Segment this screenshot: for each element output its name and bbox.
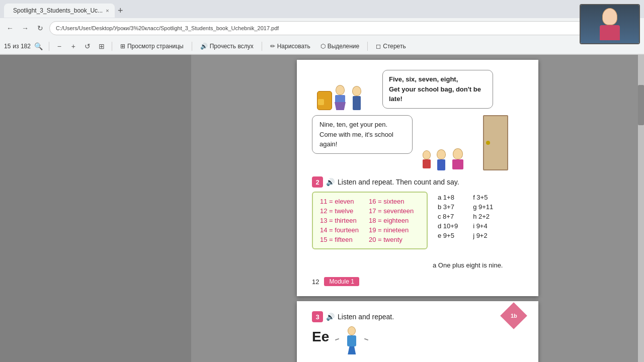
toolbar-separator2 [112, 42, 112, 51]
page-search-button[interactable]: 🔍 [33, 40, 45, 52]
num-20: 20 = twenty [369, 236, 414, 243]
read-aloud-label: Прочесть вслух [210, 43, 254, 50]
view-page-label: Просмотр страницы [127, 43, 184, 50]
fit-page-button[interactable]: ⊞ [96, 40, 108, 52]
diamond-text: 1b [511, 313, 517, 319]
num-19: 19 = nineteen [369, 226, 414, 234]
scrollbar[interactable] [638, 55, 644, 362]
num-14: 14 = fourteen [320, 226, 359, 234]
jump-head [348, 326, 356, 335]
torso [335, 95, 345, 102]
webcam-head [602, 8, 617, 25]
section3-text: Listen and repeat. [338, 313, 394, 321]
tab-title: Spotlight_3_Students_book_Uc... [13, 7, 103, 14]
num-11: 11 = eleven [320, 198, 359, 205]
student-figure [335, 85, 346, 110]
numbers-box: 11 = eleven 12 = twelve 13 = thirteen 14… [312, 192, 428, 249]
toolbar-separator4 [262, 42, 262, 51]
erase-button[interactable]: ◻ Стереть [372, 41, 410, 51]
tab-bar: Spotlight_3_Students_book_Uc... × + [0, 0, 644, 18]
section2-number: 2 [312, 176, 323, 188]
girl-figure [423, 150, 431, 168]
boy-head [437, 149, 446, 159]
pdf-page-2: 1b 3 🔊 Listen and repeat. Ee [297, 301, 538, 362]
ex-h: h 2+2 [473, 213, 493, 220]
toolbar-separator5 [367, 42, 368, 51]
module-badge: Module 1 [324, 277, 359, 286]
speech-line1: Five, six, seven, eight, [389, 75, 458, 83]
forward-button[interactable]: → [19, 22, 31, 34]
top-illustration [312, 70, 377, 110]
boy-body [437, 159, 445, 170]
section2-text: Listen and repeat. Then count and say. [338, 178, 459, 186]
exercises-area: a 1+8 b 3+7 c 8+7 d 10+9 e 9+5 f 3+5 g 9… [438, 192, 493, 239]
doorknob [486, 141, 490, 145]
zoom-in-button[interactable]: + [67, 40, 79, 52]
address-input[interactable]: C:/Users/User/Desktop/Уроки/3%20класс/Sp… [49, 21, 610, 35]
draw-label: Нарисовать [277, 43, 310, 50]
girl-head [423, 150, 431, 159]
ex-e: e 9+5 [438, 232, 458, 239]
ex-g: g 9+11 [473, 203, 493, 211]
scrollbar-thumb[interactable] [638, 85, 644, 125]
door [483, 115, 508, 170]
second-figure [352, 86, 361, 110]
select-icon: ⬡ [320, 43, 326, 50]
webcam-person-shape [600, 8, 620, 40]
ex-i: i 9+4 [473, 222, 493, 230]
view-page-icon: ⊞ [120, 43, 125, 50]
num-15: 15 = fifteen [320, 236, 359, 243]
pdf-viewport[interactable]: Five, six, seven, eight, Get your school… [191, 55, 644, 362]
left-sidebar [0, 55, 191, 362]
refresh-button[interactable]: ↻ [34, 22, 46, 34]
section3-number: 3 [312, 311, 323, 322]
num-18: 18 = eighteen [369, 217, 414, 224]
select-button[interactable]: ⬡ Выделение [316, 41, 364, 51]
illustration-top: Five, six, seven, eight, Get your school… [312, 70, 523, 110]
tab-close-button[interactable]: × [106, 8, 109, 14]
page-number: 12 [312, 278, 319, 286]
select-label: Выделение [328, 43, 360, 50]
speech-line2: Get your school bag, don't be late! [389, 85, 481, 103]
address-bar-row: ← → ↻ C:/Users/User/Desktop/Уроки/3%20кл… [0, 18, 644, 38]
big-letter-ee: Ee [312, 329, 329, 345]
browser-chrome: Spotlight_3_Students_book_Uc... × + ← → … [0, 0, 644, 55]
speech-bubble-mid: Nine, ten, get your pen. Come with me, i… [312, 115, 413, 154]
mid-speech-line1: Nine, ten, get your pen. [319, 121, 387, 128]
erase-label: Стереть [383, 43, 406, 50]
woman-body [452, 159, 463, 169]
middle-section: Nine, ten, get your pen. Come with me, i… [312, 115, 523, 170]
num-13: 13 = thirteen [320, 217, 359, 224]
num-16: 16 = sixteen [369, 198, 414, 205]
audio-icon2: 🔊 [326, 313, 335, 321]
ex-a: a 1+8 [438, 194, 458, 201]
draw-icon: ✏ [270, 43, 275, 50]
back-button[interactable]: ← [4, 22, 16, 34]
webcam-shoulders [600, 25, 620, 40]
page-total: из 182 [13, 43, 31, 50]
active-tab[interactable]: Spotlight_3_Students_book_Uc... × [4, 4, 115, 18]
refresh-view-button[interactable]: ↺ [82, 40, 94, 52]
figure-group [423, 148, 463, 170]
jump-legs [348, 346, 356, 354]
ex-c: c 8+7 [438, 213, 458, 220]
section3-header: 3 🔊 Listen and repeat. [312, 311, 523, 322]
read-aloud-button[interactable]: 🔊 Прочесть вслух [196, 41, 258, 51]
pdf-toolbar: 15 из 182 🔍 − + ↺ ⊞ ⊞ Просмотр страницы … [0, 38, 644, 54]
jump-body [347, 335, 356, 346]
ex-b: b 3+7 [438, 203, 458, 211]
answer-a: a One plus eight is nine. [433, 261, 503, 269]
toolbar-separator [49, 42, 49, 51]
ex-f: f 3+5 [473, 194, 493, 201]
jumping-figure [339, 326, 364, 362]
new-tab-button[interactable]: + [118, 6, 123, 16]
woman-head [453, 148, 463, 159]
rope-right [364, 338, 368, 341]
body2 [353, 96, 361, 110]
ee-section: Ee [312, 326, 523, 362]
view-page-button[interactable]: ⊞ Просмотр страницы [116, 41, 188, 51]
draw-button[interactable]: ✏ Нарисовать [266, 41, 314, 51]
mid-speech-line2: Come with me, it's school again! [319, 131, 393, 148]
zoom-out-button[interactable]: − [53, 40, 65, 52]
speech-bubble-top: Five, six, seven, eight, Get your school… [382, 70, 493, 109]
